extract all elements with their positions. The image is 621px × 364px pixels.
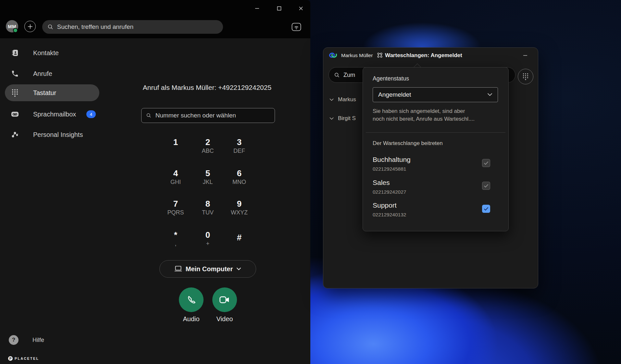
join-queue-header: Der Warteschlange beitreten	[373, 140, 443, 147]
phone-icon	[11, 69, 19, 78]
sidebar-item-label: Sprachmailbox	[33, 111, 76, 118]
queue-name: Buchhaltung	[373, 156, 411, 164]
queue-number: 022129242027	[373, 189, 406, 195]
agent-status-description: Sie haben sich angemeldet, sind aber noc…	[373, 107, 500, 123]
voicemail-count-badge: 4	[86, 110, 96, 118]
placetel-brand: P PLACETEL	[8, 356, 39, 361]
dialkey-8[interactable]: 8 TUV	[192, 196, 223, 219]
agent-status-select[interactable]: Angemeldet	[373, 87, 498, 102]
dialkey-1[interactable]: 1	[160, 134, 191, 158]
audio-label: Audio	[172, 315, 211, 323]
dialkey-0[interactable]: 0 +	[192, 227, 223, 250]
laptop-icon	[174, 265, 182, 273]
search-icon	[47, 24, 54, 30]
check-icon	[484, 161, 489, 165]
sidebar-item-label: Kontakte	[33, 49, 59, 57]
webex-logo-icon	[329, 51, 338, 59]
sidebar-item-label: Personal Insights	[33, 131, 83, 139]
audio-call-button[interactable]	[179, 287, 204, 312]
sidebar-item-sprachmailbox[interactable]: Sprachmailbox 4	[0, 106, 104, 123]
close-icon	[298, 6, 304, 11]
sidebar-item-label: Anrufe	[33, 70, 52, 78]
dialkey-7[interactable]: 7 PQRS	[160, 196, 191, 219]
sidebar-item-tastatur[interactable]: Tastatur	[0, 84, 104, 101]
help-icon: ?	[9, 335, 19, 345]
placetel-logo-text: PLACETEL	[15, 357, 39, 360]
video-call-button[interactable]	[212, 287, 237, 312]
global-search[interactable]	[42, 20, 223, 34]
dialkey-star[interactable]: * ,	[160, 227, 191, 250]
divider	[366, 132, 505, 133]
add-button[interactable]	[24, 21, 36, 32]
sidebar-item-anrufe[interactable]: Anrufe	[0, 65, 104, 82]
queue-minimize-button[interactable]	[523, 51, 534, 60]
dialkey-3[interactable]: 3 DEF	[224, 134, 255, 158]
dialkey-hash[interactable]: #	[224, 230, 255, 253]
check-icon	[484, 207, 489, 211]
queue-checkbox-support[interactable]	[482, 205, 490, 213]
global-search-input[interactable]	[57, 23, 218, 30]
number-search-input[interactable]	[155, 112, 270, 119]
voicemail-icon	[11, 110, 19, 118]
sidebar-item-label: Tastatur	[33, 89, 56, 97]
dialpad-icon	[11, 89, 19, 97]
queue-checkbox-buchhaltung[interactable]	[482, 159, 490, 167]
chevron-down-icon	[329, 117, 334, 120]
queue-number: 022129245881	[373, 166, 406, 172]
sidebar-item-kontakte[interactable]: Kontakte	[0, 44, 104, 61]
dialpad-icon	[522, 73, 529, 80]
audio-device-selector[interactable]: Mein Computer	[159, 260, 256, 278]
dialkey-4[interactable]: 4 GHI	[160, 165, 191, 189]
search-icon	[334, 72, 340, 78]
queue-number: 022129240132	[373, 212, 406, 218]
close-button[interactable]	[295, 4, 306, 13]
number-search-field[interactable]	[141, 108, 275, 123]
queue-name: Support	[373, 201, 397, 209]
dialkey-2[interactable]: 2 ABC	[192, 134, 223, 158]
search-icon	[146, 113, 152, 118]
agent-status-label: Agentenstatus	[373, 75, 409, 82]
video-label: Video	[205, 315, 244, 323]
insights-icon	[11, 130, 19, 139]
check-icon	[484, 184, 489, 188]
handset-icon	[186, 294, 197, 305]
queue-window-user: Markus Müller	[341, 53, 373, 58]
video-camera-icon	[219, 295, 230, 305]
maximize-button[interactable]	[274, 4, 285, 13]
plus-icon	[27, 24, 33, 30]
dialkey-6[interactable]: 6 MNO	[224, 165, 255, 189]
queue-name: Sales	[373, 179, 390, 187]
dialkey-9[interactable]: 9 WXYZ	[224, 196, 255, 219]
contact-row-birgit[interactable]: Birgit S	[329, 113, 356, 124]
dialkey-5[interactable]: 5 JKL	[192, 165, 223, 189]
queue-dialpad-button[interactable]	[518, 69, 533, 84]
sidebar-item-personal-insights[interactable]: Personal Insights	[0, 126, 104, 143]
maximize-icon	[277, 6, 282, 11]
connect-device-icon	[292, 23, 301, 31]
minimize-button[interactable]	[252, 4, 263, 13]
presence-dot	[13, 28, 18, 33]
call-as-line: Anruf als Markus Müller: +4922129242025	[104, 84, 310, 91]
device-label: Mein Computer	[186, 265, 233, 273]
contact-row-markus[interactable]: Markus	[329, 94, 356, 105]
minimize-icon	[255, 6, 260, 11]
softphone-window: MM	[0, 0, 310, 364]
chevron-down-icon	[329, 98, 334, 101]
queue-status-title[interactable]: Warteschlangen: Angemeldet	[385, 52, 462, 59]
help-link[interactable]: Hilfe	[32, 337, 44, 344]
agent-status-value: Angemeldet	[378, 91, 411, 98]
chevron-down-icon	[487, 93, 492, 96]
placetel-logo-icon: P	[8, 356, 13, 361]
chevron-down-icon	[236, 267, 241, 271]
minimize-icon	[523, 53, 528, 58]
contacts-icon	[11, 49, 19, 57]
queue-checkbox-sales[interactable]	[482, 182, 490, 190]
connect-device-button[interactable]	[292, 22, 304, 32]
queues-icon	[377, 52, 383, 58]
